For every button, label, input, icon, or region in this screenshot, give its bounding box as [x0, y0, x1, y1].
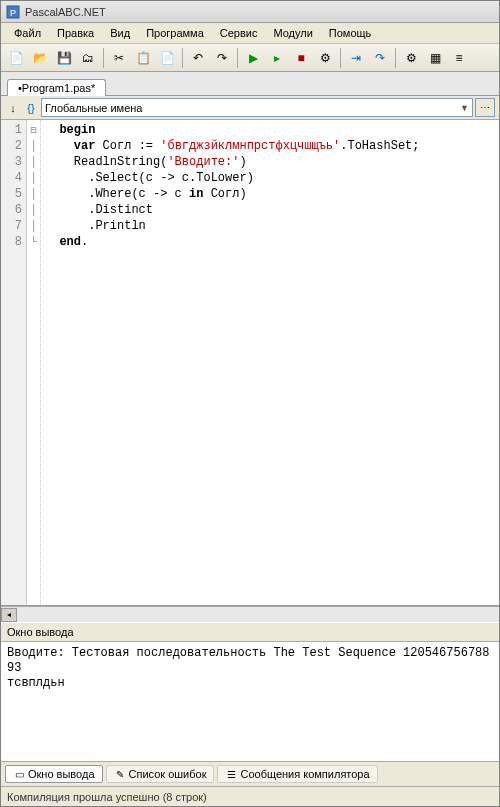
app-title: PascalABC.NET [25, 6, 106, 18]
menu-программа[interactable]: Программа [139, 25, 211, 41]
line-number-gutter: 1 2 3 4 5 6 7 8 [1, 120, 27, 605]
title-bar: P PascalABC.NET [1, 1, 499, 23]
scope-icon: ↓ [5, 100, 21, 116]
menu-вид[interactable]: Вид [103, 25, 137, 41]
code-editor[interactable]: 1 2 3 4 5 6 7 8 ⊟ │ │ │ │ │ │ └ begin va… [1, 120, 499, 606]
menu-bar: ФайлПравкаВидПрограммаСервисМодулиПомощь [1, 23, 499, 44]
horizontal-scrollbar[interactable]: ◂ [1, 606, 499, 622]
tab-icon: ✎ [114, 768, 126, 780]
undo-button[interactable]: ↶ [187, 47, 209, 69]
save-button[interactable]: 💾 [53, 47, 75, 69]
scope-bar: ↓ {} Глобальные имена ▼ ⋯ [1, 96, 499, 120]
options-button[interactable]: ⚙ [400, 47, 422, 69]
run-debug-button[interactable]: ▸ [266, 47, 288, 69]
app-icon: P [5, 4, 21, 20]
toolbar-separator [103, 48, 104, 68]
file-tab[interactable]: •Program1.pas* [7, 79, 106, 96]
cut-button[interactable]: ✂ [108, 47, 130, 69]
toolbar-separator [237, 48, 238, 68]
tab-icon: ☰ [225, 768, 237, 780]
toolbar: 📄 📂 💾 🗂 ✂ 📋 📄 ↶ ↷ ▶ ▸ ■ ⚙ ⇥ ↷ ⚙ ▦ ≡ [1, 44, 499, 72]
copy-button[interactable]: 📋 [132, 47, 154, 69]
menu-сервис[interactable]: Сервис [213, 25, 265, 41]
braces-icon: {} [23, 100, 39, 116]
toolbar-separator [340, 48, 341, 68]
status-bar: Компиляция прошла успешно (8 строк) [1, 787, 499, 806]
tab-label: Сообщения компилятора [240, 768, 369, 780]
menu-файл[interactable]: Файл [7, 25, 48, 41]
scope-label: Глобальные имена [45, 102, 143, 114]
run-button[interactable]: ▶ [242, 47, 264, 69]
menu-помощь[interactable]: Помощь [322, 25, 379, 41]
fold-column: ⊟ │ │ │ │ │ │ └ [27, 120, 41, 605]
svg-text:P: P [10, 8, 16, 18]
output-panel-header: Окно вывода [1, 622, 499, 642]
bottom-tab[interactable]: ☰Сообщения компилятора [217, 765, 377, 783]
menu-модули[interactable]: Модули [266, 25, 319, 41]
menu-правка[interactable]: Правка [50, 25, 101, 41]
bottom-tab[interactable]: ✎Список ошибок [106, 765, 215, 783]
toolbar-separator [182, 48, 183, 68]
code-content[interactable]: begin var Согл := 'бвгджзйклмнпрстфхцчшщ… [41, 120, 499, 605]
toolbar-separator [395, 48, 396, 68]
step-over-button[interactable]: ↷ [369, 47, 391, 69]
stop-button[interactable]: ■ [290, 47, 312, 69]
chevron-down-icon: ▼ [460, 103, 469, 113]
form-button[interactable]: ▦ [424, 47, 446, 69]
bottom-tab-strip: ▭Окно вывода✎Список ошибок☰Сообщения ком… [1, 762, 499, 787]
new-file-button[interactable]: 📄 [5, 47, 27, 69]
save-all-button[interactable]: 🗂 [77, 47, 99, 69]
status-text: Компиляция прошла успешно (8 строк) [7, 791, 207, 803]
step-into-button[interactable]: ⇥ [345, 47, 367, 69]
compile-button[interactable]: ⚙ [314, 47, 336, 69]
output-panel[interactable]: Вводите: Тестовая последовательность The… [1, 642, 499, 762]
scroll-left-button[interactable]: ◂ [1, 608, 17, 622]
tab-label: Список ошибок [129, 768, 207, 780]
tab-strip: •Program1.pas* [1, 72, 499, 96]
redo-button[interactable]: ↷ [211, 47, 233, 69]
tab-icon: ▭ [13, 768, 25, 780]
bottom-tab[interactable]: ▭Окно вывода [5, 765, 103, 783]
tab-label: Окно вывода [28, 768, 95, 780]
code-button[interactable]: ≡ [448, 47, 470, 69]
paste-button[interactable]: 📄 [156, 47, 178, 69]
scope-dropdown[interactable]: Глобальные имена ▼ [41, 98, 473, 117]
open-file-button[interactable]: 📂 [29, 47, 51, 69]
scope-nav-button[interactable]: ⋯ [475, 98, 495, 117]
